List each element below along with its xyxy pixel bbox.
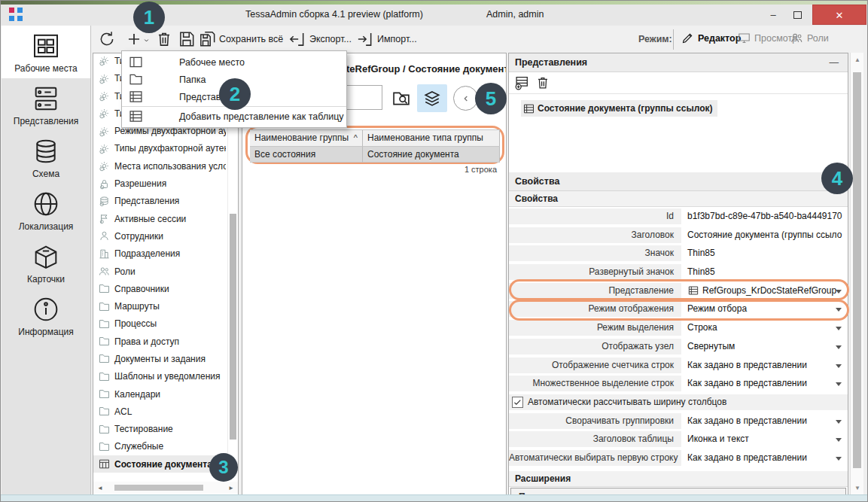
delete-button[interactable] [154,29,174,49]
servers-icon [31,84,61,114]
mode-view[interactable]: Просмотр [737,33,797,45]
tessa-admin-window: TessaAdmin сборка 4.1 preview (platform)… [0,0,868,502]
import-label[interactable]: Импорт... [377,34,417,44]
table-cell[interactable]: Состояние документа [363,147,500,163]
tree-item-label: Права и доступ [114,336,179,347]
layers-toggle-button[interactable] [417,84,447,112]
save-button[interactable] [177,29,196,49]
property-value[interactable]: Иконка и текст [681,431,848,447]
tree-item[interactable]: Типы двухфакторной аутен [93,140,226,157]
tree-item[interactable]: Сотрудники [93,227,226,245]
checkbox[interactable] [512,397,523,408]
save-icon [177,29,196,49]
tree-item[interactable]: Шаблоны и уведомления [93,368,226,385]
layers-icon [422,88,443,109]
close-button[interactable]: ✕ [812,5,866,25]
add-view-button[interactable] [513,75,533,94]
view-list-item[interactable]: Состояние документа (группы ссылок) [521,100,717,117]
menu-item-3[interactable]: Добавить представление как таблицу [122,108,346,125]
table-column-header[interactable]: Наименование группы^ [250,130,363,147]
callout-badge-4: 4 [821,163,853,194]
dropdown-caret-icon[interactable] [836,420,842,427]
tree-item[interactable]: Тестирование [93,421,226,438]
scroll-left-arrow[interactable]: ◄ [97,485,103,491]
tree-item[interactable]: Подразделения [93,245,226,263]
property-value-text: Как задано в представлении [687,378,807,388]
table-column-header[interactable]: Наименование типа группы [363,130,500,147]
tree-item[interactable]: Маршруты [93,297,226,315]
mode-editor[interactable]: Редактор [681,33,741,45]
property-value[interactable]: Свернутым [681,339,848,354]
tree-item[interactable]: Календари [93,385,226,403]
tree-item[interactable]: Представления [93,193,226,210]
property-value[interactable]: Как задано в представлении [681,357,848,373]
delete-view-button[interactable] [535,75,554,94]
save-all-label[interactable]: Сохранить всё [219,34,283,44]
table-cell[interactable]: Все состояния [250,147,363,163]
dropdown-caret-icon[interactable] [836,457,842,464]
scroll-right-arrow[interactable]: ► [228,485,234,491]
export-label[interactable]: Экспорт... [309,34,352,44]
tree-item[interactable]: Места использования усло [93,157,226,175]
save-all-button[interactable] [198,29,218,49]
property-value: b1f3b7bd-c89e-47bb-a540-ba4449170 [681,208,848,224]
tree-item-label: Сотрудники [114,231,163,242]
sidebar-item-db3[interactable]: Схема [2,131,90,184]
refresh-button[interactable] [97,29,117,49]
dropdown-caret-icon[interactable] [836,327,842,333]
tree-item[interactable]: Процессы [93,315,226,333]
scrollbar-thumb[interactable] [853,72,861,468]
menu-item-label: Добавить представление как таблицу [179,111,344,122]
scrollbar-thumb[interactable] [114,485,203,491]
sidebar-item-servers[interactable]: Представления [2,78,90,131]
scroll-up-arrow[interactable]: ▲ [851,56,864,63]
sidebar-item-globe[interactable]: Локализация [2,184,90,236]
maximize-button[interactable] [787,7,808,23]
title-bar: TessaAdmin сборка 4.1 preview (platform)… [1,5,867,26]
building-icon [98,248,111,260]
tree-item[interactable]: ACL [93,403,226,420]
dropdown-caret-icon[interactable] [836,345,842,352]
collapse-panel-button[interactable]: — [830,53,839,71]
tree-item[interactable]: Состояние документа [93,455,226,473]
dropdown-caret-icon[interactable] [836,364,842,371]
tree-item[interactable]: Справочники [93,280,226,297]
right-vertical-scrollbar[interactable]: ▲ ▼ [850,53,864,495]
search-in-folder-button[interactable] [388,86,414,111]
import-button[interactable] [355,29,374,49]
minimize-button[interactable]: – [763,7,784,23]
tree-item[interactable]: Активные сессии [93,210,226,227]
property-value: Состояние документа (группы ссыло [681,227,848,243]
sidebar-item-workspace[interactable]: Рабочие места [2,26,90,78]
dropdown-caret-icon[interactable] [836,438,842,445]
table-row[interactable]: Все состоянияСостояние документа [250,147,500,163]
property-checkbox-row[interactable]: Автоматически рассчитывать ширину столбц… [509,394,848,410]
breadcrumb[interactable]: teRefGroup / Состояние документ [346,63,507,75]
add-button[interactable] [124,29,144,49]
sidebar-item-box[interactable]: Карточки [2,236,90,289]
tree-item[interactable]: Служебные [93,438,226,455]
property-value[interactable]: Как задано в представлении [681,450,848,466]
mode-roles[interactable]: Роли [790,33,829,45]
folder-icon [98,352,111,365]
property-value-text: Строка [687,322,717,333]
property-value[interactable]: Как задано в представлении [681,413,848,429]
tree-item[interactable]: Роли [93,263,226,280]
scroll-down-arrow[interactable]: ▼ [851,485,864,491]
window-user: Admin, admin [486,9,544,20]
tree-item[interactable]: Документы и задания [93,350,226,367]
property-value[interactable]: Как задано в представлении [681,376,848,391]
export-button[interactable] [287,29,306,49]
menu-item-0[interactable]: Рабочее место [122,53,346,71]
tree-item[interactable]: Разрешения [93,175,226,192]
scrollbar-thumb[interactable] [230,214,236,440]
property-value[interactable]: Строка [681,320,848,336]
table-cell-value: Состояние документа [367,149,459,160]
chevron-left-icon [458,91,474,106]
sidebar-item-info[interactable]: Информация [2,289,90,342]
dropdown-caret-icon[interactable] [836,382,842,389]
tree-horizontal-scrollbar[interactable]: ◄ ► [93,482,238,494]
tree-item[interactable]: Права и доступ [93,333,226,350]
people-icon [98,265,111,278]
refresh-icon [97,29,117,49]
